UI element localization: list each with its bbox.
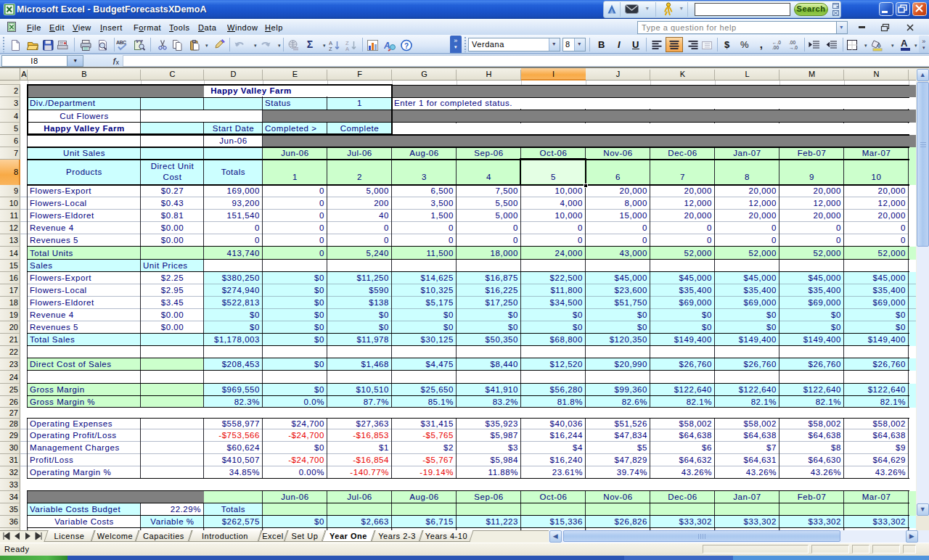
svg-text:Z: Z <box>329 46 332 52</box>
svg-text:.00: .00 <box>772 45 779 50</box>
svg-text:ABC: ABC <box>116 40 126 45</box>
svg-text:A: A <box>345 46 349 52</box>
svg-text:.00: .00 <box>789 40 795 45</box>
svg-text:→.0: →.0 <box>789 45 798 50</box>
svg-text:?: ? <box>404 42 409 50</box>
svg-text:←.0: ←.0 <box>772 40 781 45</box>
